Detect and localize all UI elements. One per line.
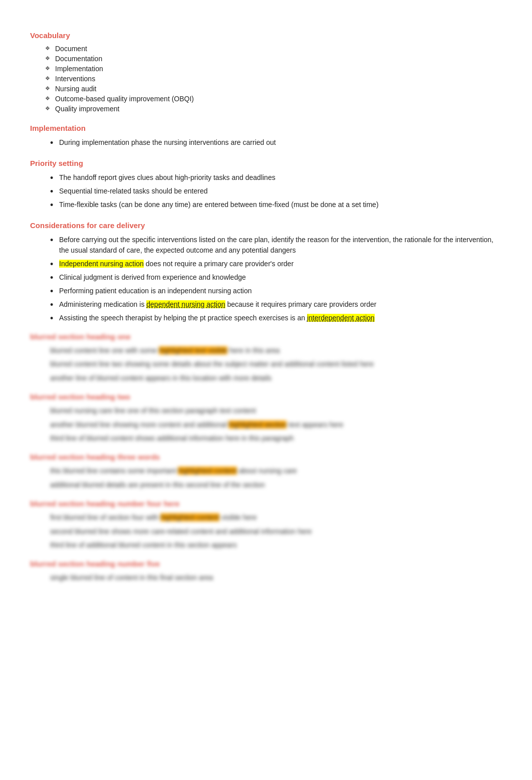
list-item: Administering medication is dependent nu…	[50, 299, 502, 310]
list-item: Outcome-based quality improvement (OBQI)	[45, 95, 502, 103]
care-delivery-text-1: Before carrying out the specific interve…	[59, 236, 493, 254]
vocabulary-list: Document Documentation Implementation In…	[30, 45, 502, 113]
list-item: The handoff report gives clues about hig…	[50, 172, 502, 183]
vocabulary-section: Vocabulary Document Documentation Implem…	[30, 31, 502, 113]
blurred-content-1: blurred content line one with some highl…	[30, 345, 502, 383]
implementation-title: Implementation	[30, 124, 502, 132]
care-delivery-text-2b: does not require a primary care provider…	[146, 260, 294, 268]
interdependent-action-highlight: interdependent action	[307, 314, 375, 322]
list-item: Implementation	[45, 65, 502, 73]
list-item: Before carrying out the specific interve…	[50, 235, 502, 256]
list-item: During implementation phase the nursing …	[50, 137, 502, 148]
list-item: Quality improvement	[45, 105, 502, 113]
blurred-content-2: blurred nursing care line one of this se…	[30, 405, 502, 444]
list-item: Assisting the speech therapist by helpin…	[50, 313, 502, 323]
blurred-title-4: blurred section heading number four here	[30, 499, 502, 508]
blurred-title-3: blurred section heading three words	[30, 453, 502, 461]
implementation-list: During implementation phase the nursing …	[30, 137, 502, 148]
list-item: Document	[45, 45, 502, 53]
list-item: Nursing audit	[45, 85, 502, 93]
priority-setting-section: Priority setting The handoff report give…	[30, 159, 502, 210]
care-delivery-text-4: Performing patient education is an indep…	[59, 287, 251, 295]
blurred-section-5: blurred section heading number five sing…	[30, 559, 502, 583]
list-item: Sequential time-related tasks should be …	[50, 186, 502, 197]
priority-setting-list: The handoff report gives clues about hig…	[30, 172, 502, 210]
care-delivery-title: Considerations for care delivery	[30, 221, 502, 230]
vocabulary-title: Vocabulary	[30, 31, 502, 40]
implementation-section: Implementation During implementation pha…	[30, 124, 502, 148]
list-item: Clinical judgment is derived from experi…	[50, 272, 502, 283]
blurred-title-1: blurred section heading one	[30, 332, 502, 341]
independent-nursing-action-highlight: Independent nursing action	[59, 260, 144, 268]
priority-setting-title: Priority setting	[30, 159, 502, 167]
blurred-content-3: this blurred line contains some importan…	[30, 465, 502, 490]
care-delivery-text-5b: because it requires primary care provide…	[227, 300, 376, 308]
blurred-section-2: blurred section heading two blurred nurs…	[30, 393, 502, 444]
blurred-section-4: blurred section heading number four here…	[30, 499, 502, 550]
care-delivery-list: Before carrying out the specific interve…	[30, 235, 502, 323]
blurred-title-2: blurred section heading two	[30, 393, 502, 401]
dependent-nursing-action-highlight: dependent nursing action	[146, 300, 225, 308]
blurred-content-4: first blurred line of section four with …	[30, 512, 502, 550]
care-delivery-text-5a: Administering medication is	[59, 300, 146, 308]
blurred-section-3: blurred section heading three words this…	[30, 453, 502, 490]
care-delivery-text-6a: Assisting the speech therapist by helpin…	[59, 314, 307, 322]
blurred-content-5: single blurred line of content in this f…	[30, 572, 502, 583]
list-item: Independent nursing action does not requ…	[50, 259, 502, 269]
blurred-section-1: blurred section heading one blurred cont…	[30, 332, 502, 383]
list-item: Interventions	[45, 75, 502, 83]
blurred-title-5: blurred section heading number five	[30, 559, 502, 568]
list-item: Documentation	[45, 55, 502, 63]
care-delivery-text-3: Clinical judgment is derived from experi…	[59, 273, 246, 281]
list-item: Time-flexible tasks (can be done any tim…	[50, 200, 502, 210]
care-delivery-section: Considerations for care delivery Before …	[30, 221, 502, 323]
list-item: Performing patient education is an indep…	[50, 286, 502, 296]
